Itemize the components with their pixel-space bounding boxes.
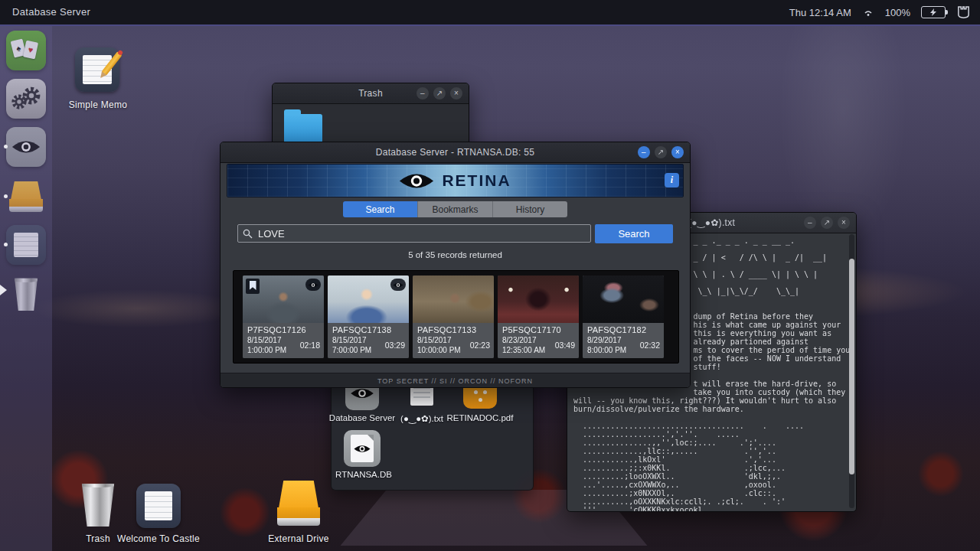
record-time: 7:00:00 PM [332,346,371,354]
minimize-button[interactable]: – [416,87,429,99]
desktop-icon-trash[interactable] [80,482,116,527]
desktop-icon-simple-memo[interactable] [75,47,119,92]
video-thumbnail[interactable] [243,276,324,323]
desktop-icon-label[interactable]: Simple Memo [60,99,136,110]
record-date: 8/15/2017 [417,336,452,344]
running-indicator [4,243,8,246]
record-card[interactable]: P5FSQC17170 8/23/2017 12:35:00 AM 03:49 [498,276,579,358]
maximize-button[interactable]: ↗ [433,87,446,99]
battery-icon[interactable] [921,6,946,18]
trash-window-titlebar[interactable]: Trash – ↗ × [273,83,469,104]
close-button[interactable]: × [671,146,684,158]
record-date: 8/15/2017 [332,336,367,344]
bookmark-icon [246,279,260,294]
record-id: PAFSQC17182 [587,325,646,334]
trash-window-title: Trash [358,88,383,99]
record-time: 12:35:00 AM [502,346,545,354]
minimize-button[interactable]: – [638,146,650,158]
search-button[interactable]: Search [595,224,673,243]
record-id: P5FSQC17170 [502,325,561,334]
record-duration: 03:49 [555,341,575,350]
external-drive-icon [277,481,320,527]
video-thumbnail[interactable] [498,276,579,323]
charging-bolt-icon [929,8,938,16]
tab-history[interactable]: History [493,201,567,217]
menubar-app-title[interactable]: Database Server [12,6,90,18]
database-window-titlebar[interactable]: Database Server - RTNANSA.DB: 55 – ↗ × [220,142,690,163]
search-input[interactable] [237,224,591,243]
record-date: 8/15/2017 [247,336,282,344]
info-button[interactable]: i [665,173,679,187]
tab-bar: Search Bookmarks History [220,201,690,217]
files-panel: Database Server (●‿●✿).txt RETINADOC.pdf… [331,373,534,491]
file-icon-rtnansa-db[interactable] [344,430,381,467]
record-duration: 02:32 [640,341,660,350]
record-date: 8/23/2017 [502,336,537,344]
record-duration: 03:29 [385,341,405,350]
record-date: 8/29/2017 [587,336,622,344]
text-file-window-title: (●‿●✿).txt [688,217,735,228]
database-window-title: Database Server - RTNANSA.DB: 55 [376,147,534,158]
record-time: 10:00:00 PM [417,346,461,354]
maximize-button[interactable]: ↗ [655,146,667,158]
castle-logo-icon[interactable] [956,5,971,20]
record-card[interactable]: PAFSQC17182 8/29/2017 8:00:00 PM 02:32 [583,276,664,358]
wifi-icon[interactable] [862,8,874,17]
file-label[interactable]: RETINADOC.pdf [440,413,520,422]
tab-bookmarks[interactable]: Bookmarks [418,201,493,217]
scrollbar-thumb[interactable] [849,259,854,474]
desktop-icon-welcome-to-castle[interactable] [136,484,181,528]
video-thumbnail[interactable] [413,276,494,323]
record-duration: 02:23 [470,341,490,350]
running-indicator [4,145,8,148]
record-id: P7FSQC17126 [247,325,306,334]
record-time: 1:00:00 PM [247,346,286,354]
memo-pencil-icon [75,47,119,92]
records-strip: P7FSQC17126 8/15/2017 1:00:00 PM 02:18 P… [233,270,679,364]
maximize-button[interactable]: ↗ [821,217,833,229]
database-server-window: Database Server - RTNANSA.DB: 55 – ↗ × R… [220,142,691,388]
battery-percent: 100% [885,7,910,18]
file-label[interactable]: RTNANSA.DB [325,470,402,479]
record-card[interactable]: P7FSQC17126 8/15/2017 1:00:00 PM 02:18 [243,276,324,358]
dock [0,24,52,551]
close-button[interactable]: × [838,217,850,229]
record-id: PAFSQC17138 [332,325,391,334]
desktop-icon-external-drive[interactable] [277,481,320,527]
classification-footer: TOP SECRET // SI // ORCON // NOFORN [220,373,690,388]
trash-icon [80,482,116,527]
viewed-eye-icon [305,279,321,291]
tab-search[interactable]: Search [343,201,418,217]
record-time: 8:00:00 PM [587,346,626,354]
retina-eye-logo-icon [399,171,434,191]
desktop-icon-label[interactable]: Welcome To Castle [109,533,208,544]
record-card[interactable]: PAFSQC17138 8/15/2017 7:00:00 PM 03:29 [328,276,409,358]
video-thumbnail[interactable] [328,276,409,323]
results-status: 5 of 35 records returned [220,250,690,259]
record-duration: 02:18 [300,341,320,350]
video-thumbnail[interactable] [583,276,664,323]
menubar-clock[interactable]: Thu 12:14 AM [789,7,851,18]
minimize-button[interactable]: – [804,217,816,229]
running-indicator [4,194,8,198]
desktop-icon-label[interactable]: External Drive [260,533,337,544]
close-button[interactable]: × [450,87,462,99]
menubar: Database Server Thu 12:14 AM 100% [0,0,980,26]
retina-brand: RETINA [442,171,511,190]
document-icon [136,484,181,528]
folder-icon[interactable] [284,114,322,143]
search-icon [243,229,253,239]
record-id: PAFSQC17133 [417,325,476,334]
dock-arrow-icon[interactable] [0,285,7,295]
record-card[interactable]: PAFSQC17133 8/15/2017 10:00:00 PM 02:23 [413,276,494,358]
retina-banner: RETINA [227,164,684,197]
viewed-eye-icon [390,279,406,291]
